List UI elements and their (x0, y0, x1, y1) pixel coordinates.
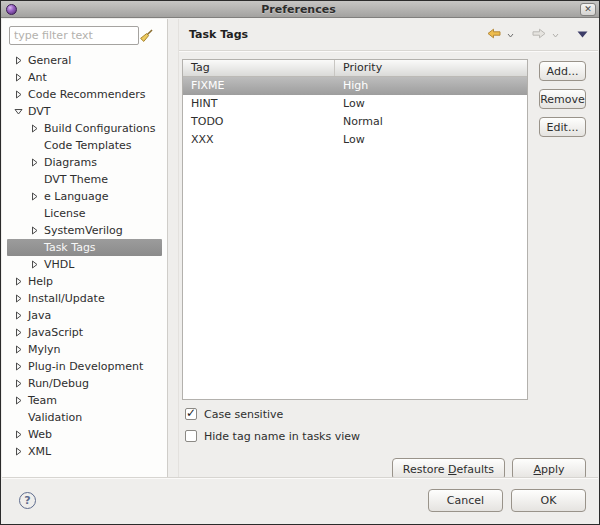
titlebar[interactable]: Preferences ✕ (1, 1, 599, 18)
expand-arrow-icon[interactable] (26, 192, 44, 201)
sidebar-item-web[interactable]: Web (7, 426, 162, 443)
remove-button[interactable]: Remove (539, 89, 586, 109)
add-button[interactable]: Add... (539, 61, 586, 81)
sidebar-item-label: SystemVerilog (44, 222, 123, 239)
expand-arrow-icon[interactable] (10, 294, 28, 303)
sidebar-item-label: License (44, 205, 85, 222)
sidebar-item-label: Web (28, 426, 52, 443)
main-panel: Task Tags (179, 19, 598, 477)
sidebar-item-dvt[interactable]: DVT (7, 103, 162, 120)
sash-divider[interactable] (168, 19, 179, 477)
ok-button[interactable]: OK (511, 489, 586, 512)
expand-arrow-icon[interactable] (10, 277, 28, 286)
forward-arrow-icon[interactable] (532, 28, 546, 42)
table-row-fixme[interactable]: FIXMEHigh (183, 77, 527, 95)
sidebar-item-build-configurations[interactable]: Build Configurations (7, 120, 162, 137)
case-sensitive-checkbox-row[interactable]: ✓Case sensitive (185, 407, 586, 421)
expand-arrow-icon[interactable] (10, 311, 28, 320)
sidebar-item-team[interactable]: Team (7, 392, 162, 409)
expand-arrow-icon[interactable] (10, 362, 28, 371)
expand-arrow-icon[interactable] (10, 396, 28, 405)
sidebar-item-diagrams[interactable]: Diagrams (7, 154, 162, 171)
expand-arrow-icon[interactable] (26, 260, 44, 269)
table-row-todo[interactable]: TODONormal (183, 113, 527, 131)
back-arrow-icon[interactable] (487, 28, 501, 42)
table-header-row: Tag Priority (183, 60, 527, 77)
sidebar-item-label: Mylyn (28, 341, 61, 358)
expand-arrow-icon[interactable] (26, 226, 44, 235)
expand-arrow-icon[interactable] (26, 158, 44, 167)
clear-filter-icon[interactable] (139, 29, 153, 46)
expand-arrow-icon[interactable] (10, 430, 28, 439)
sidebar-item-label: Run/Debug (28, 375, 89, 392)
forward-dropdown-icon[interactable] (552, 28, 559, 41)
case-sensitive-checkbox[interactable]: ✓ (185, 408, 197, 420)
expand-arrow-icon[interactable] (26, 124, 44, 133)
sidebar-item-label: Diagrams (44, 154, 97, 171)
hide-tag-name-in-tasks-view-checkbox-row[interactable]: Hide tag name in tasks view (185, 429, 586, 443)
expand-arrow-icon[interactable] (10, 447, 28, 456)
sidebar-item-e-language[interactable]: e Language (7, 188, 162, 205)
sidebar-item-vhdl[interactable]: VHDL (7, 256, 162, 273)
filter-input[interactable] (9, 26, 139, 45)
sidebar-item-label: Ant (28, 69, 47, 86)
expand-arrow-icon[interactable] (10, 379, 28, 388)
column-header-priority[interactable]: Priority (335, 60, 527, 76)
view-menu-icon[interactable] (577, 28, 588, 41)
column-header-tag[interactable]: Tag (183, 60, 335, 76)
sidebar-item-help[interactable]: Help (7, 273, 162, 290)
help-button[interactable]: ? (19, 492, 36, 509)
sidebar-item-install-update[interactable]: Install/Update (7, 290, 162, 307)
expand-arrow-icon[interactable] (10, 73, 28, 82)
close-button[interactable]: ✕ (580, 3, 596, 16)
sidebar-item-run-debug[interactable]: Run/Debug (7, 375, 162, 392)
sidebar-item-label: Team (28, 392, 57, 409)
checkbox-label: Hide tag name in tasks view (204, 430, 360, 443)
hide-tag-name-in-tasks-view-checkbox[interactable] (185, 430, 197, 442)
filter-row (2, 19, 167, 49)
sidebar-item-license[interactable]: License (7, 205, 162, 222)
close-icon: ✕ (584, 4, 592, 14)
sidebar-item-label: Build Configurations (44, 120, 155, 137)
sidebar-item-general[interactable]: General (7, 52, 162, 69)
sidebar-item-mylyn[interactable]: Mylyn (7, 341, 162, 358)
expand-arrow-icon[interactable] (10, 345, 28, 354)
sidebar-item-label: Validation (28, 409, 82, 426)
sidebar-item-java[interactable]: Java (7, 307, 162, 324)
preferences-window: Preferences ✕ GeneralAntCode Recommender… (0, 0, 600, 525)
table-row-hint[interactable]: HINTLow (183, 95, 527, 113)
sidebar-item-task-tags[interactable]: Task Tags (7, 239, 162, 256)
back-dropdown-icon[interactable] (507, 28, 514, 41)
eclipse-logo-icon (6, 4, 17, 15)
cancel-button[interactable]: Cancel (428, 489, 503, 512)
sidebar-item-label: Help (28, 273, 53, 290)
edit-button[interactable]: Edit... (539, 117, 586, 137)
priority-cell: Low (335, 95, 527, 113)
sidebar-item-xml[interactable]: XML (7, 443, 162, 460)
sidebar-item-systemverilog[interactable]: SystemVerilog (7, 222, 162, 239)
priority-cell: Normal (335, 113, 527, 131)
tag-cell: HINT (183, 95, 335, 113)
sidebar-item-label: Install/Update (28, 290, 105, 307)
sidebar-item-dvt-theme[interactable]: DVT Theme (7, 171, 162, 188)
tag-cell: XXX (183, 131, 335, 149)
sidebar-item-validation[interactable]: Validation (7, 409, 162, 426)
sidebar-item-ant[interactable]: Ant (7, 69, 162, 86)
expand-arrow-icon[interactable] (10, 328, 28, 337)
tag-cell: FIXME (183, 77, 335, 95)
expand-arrow-icon[interactable] (10, 56, 28, 65)
tags-table: Tag Priority FIXMEHighHINTLowTODONormalX… (182, 59, 528, 400)
sidebar-item-label: XML (28, 443, 51, 460)
footer-buttons: Cancel OK (428, 489, 586, 512)
sidebar-item-code-templates[interactable]: Code Templates (7, 137, 162, 154)
expand-arrow-icon[interactable] (10, 90, 28, 99)
sidebar-item-javascript[interactable]: JavaScript (7, 324, 162, 341)
sidebar-item-plug-in-development[interactable]: Plug-in Development (7, 358, 162, 375)
table-row-xxx[interactable]: XXXLow (183, 131, 527, 149)
sidebar-item-label: JavaScript (28, 324, 83, 341)
collapse-arrow-icon[interactable] (10, 107, 28, 116)
window-title: Preferences (17, 3, 580, 16)
tag-cell: TODO (183, 113, 335, 131)
help-icon: ? (24, 494, 30, 507)
sidebar-item-code-recommenders[interactable]: Code Recommenders (7, 86, 162, 103)
